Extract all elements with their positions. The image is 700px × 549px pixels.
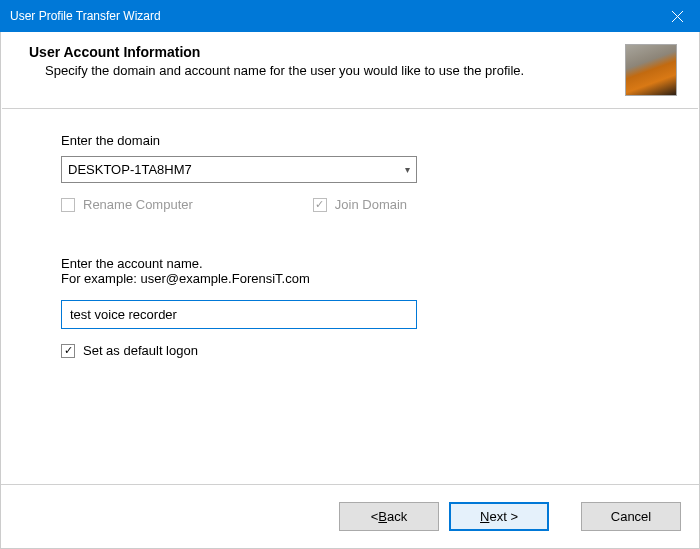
cancel-button[interactable]: Cancel <box>581 502 681 531</box>
account-section: Enter the account name. For example: use… <box>61 256 659 358</box>
next-mnemonic: N <box>480 509 489 524</box>
close-button[interactable] <box>654 0 700 32</box>
wizard-footer: < Back Next > Cancel <box>1 484 699 548</box>
back-mnemonic: B <box>378 509 387 524</box>
checkbox-box <box>61 198 75 212</box>
header-title: User Account Information <box>29 44 613 60</box>
wizard-content: User Account Information Specify the dom… <box>0 32 700 549</box>
back-prefix: < <box>371 509 379 524</box>
account-example: For example: user@example.ForensiT.com <box>61 271 659 286</box>
domain-options-row: Rename Computer Join Domain <box>61 197 659 212</box>
chevron-down-icon: ▾ <box>405 164 410 175</box>
default-logon-checkbox[interactable]: Set as default logon <box>61 343 198 358</box>
titlebar: User Profile Transfer Wizard <box>0 0 700 32</box>
join-domain-label: Join Domain <box>335 197 407 212</box>
next-rest: ext > <box>489 509 518 524</box>
back-button[interactable]: < Back <box>339 502 439 531</box>
close-icon <box>672 11 683 22</box>
window-title: User Profile Transfer Wizard <box>10 9 654 23</box>
default-logon-label: Set as default logon <box>83 343 198 358</box>
account-name-input[interactable] <box>61 300 417 329</box>
cancel-label: Cancel <box>611 509 651 524</box>
domain-value: DESKTOP-1TA8HM7 <box>68 162 192 177</box>
domain-label: Enter the domain <box>61 133 659 148</box>
checkbox-box <box>61 344 75 358</box>
back-rest: ack <box>387 509 407 524</box>
checkbox-box <box>313 198 327 212</box>
header-text: User Account Information Specify the dom… <box>29 44 613 80</box>
join-domain-checkbox: Join Domain <box>313 197 407 212</box>
header-description: Specify the domain and account name for … <box>29 62 613 80</box>
rename-computer-checkbox: Rename Computer <box>61 197 193 212</box>
wizard-header: User Account Information Specify the dom… <box>1 32 699 108</box>
domain-combobox[interactable]: DESKTOP-1TA8HM7 ▾ <box>61 156 417 183</box>
profile-icon <box>625 44 677 96</box>
account-label: Enter the account name. <box>61 256 659 271</box>
next-button[interactable]: Next > <box>449 502 549 531</box>
wizard-body: Enter the domain DESKTOP-1TA8HM7 ▾ Renam… <box>1 109 699 484</box>
rename-computer-label: Rename Computer <box>83 197 193 212</box>
